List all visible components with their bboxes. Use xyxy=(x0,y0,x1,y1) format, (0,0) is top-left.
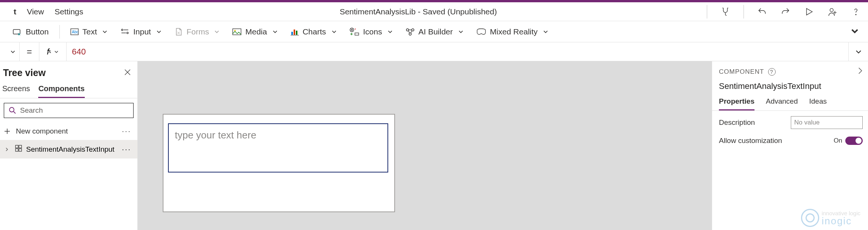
search-placeholder: Search xyxy=(20,106,43,115)
plus-icon xyxy=(4,128,11,135)
tab-ideas[interactable]: Ideas xyxy=(809,97,827,110)
new-component-label: New component xyxy=(16,127,68,135)
fx-button[interactable]: fx xyxy=(39,42,67,61)
tab-components[interactable]: Components xyxy=(38,84,84,98)
play-icon xyxy=(804,6,814,17)
allow-customization-label: Allow customization xyxy=(719,137,782,145)
svg-rect-9 xyxy=(291,32,293,35)
allow-customization-toggle[interactable] xyxy=(845,137,863,145)
fx-x: x xyxy=(48,48,51,54)
chevron-down-icon xyxy=(214,27,219,36)
tab-properties[interactable]: Properties xyxy=(719,97,754,110)
chevron-down-icon xyxy=(331,27,337,36)
svg-rect-11 xyxy=(296,31,297,35)
svg-rect-18 xyxy=(16,145,18,148)
equals-sign: = xyxy=(20,42,39,61)
svg-rect-19 xyxy=(19,145,22,148)
help-icon[interactable] xyxy=(851,6,861,17)
chevron-down-icon xyxy=(102,27,107,36)
text-input-control[interactable]: type your text here xyxy=(168,123,388,172)
tab-advanced[interactable]: Advanced xyxy=(766,97,798,110)
svg-rect-13 xyxy=(355,33,359,35)
search-icon xyxy=(9,107,16,114)
svg-text:Abc: Abc xyxy=(72,30,78,34)
insert-media[interactable]: Media xyxy=(229,27,281,36)
ribbon-expand-chevron[interactable] xyxy=(851,27,859,37)
insert-charts-label: Charts xyxy=(303,27,326,36)
chevron-down-icon xyxy=(272,27,278,36)
separator xyxy=(707,5,707,19)
app-title: SentimentAnalysisLib - Saved (Unpublishe… xyxy=(340,7,497,16)
menu-item-truncated[interactable]: t xyxy=(14,7,16,16)
chevron-down-icon xyxy=(458,27,464,36)
insert-forms: Forms xyxy=(171,27,224,36)
search-input[interactable]: Search xyxy=(4,103,134,118)
redo-icon xyxy=(780,6,791,17)
tree-view-title: Tree view xyxy=(3,67,46,78)
share-icon[interactable] xyxy=(827,6,838,17)
insert-charts[interactable]: Charts xyxy=(287,27,341,36)
svg-point-17 xyxy=(9,107,14,112)
tree-node-label: SentimentAnalysisTextInput xyxy=(26,145,114,154)
help-icon[interactable]: ? xyxy=(768,68,776,76)
chevron-down-icon xyxy=(387,27,393,36)
toggle-state-label: On xyxy=(834,137,842,145)
canvas[interactable]: type your text here xyxy=(138,61,712,230)
properties-header: Component xyxy=(719,68,764,76)
formula-expand-chevron[interactable] xyxy=(848,42,868,61)
svg-point-0 xyxy=(830,8,834,12)
app-checker-icon[interactable] xyxy=(720,6,731,17)
component-name[interactable]: SentimentAnalysisTextInput xyxy=(712,79,868,95)
svg-rect-21 xyxy=(19,149,22,151)
new-component-button[interactable]: New component ··· xyxy=(0,123,137,140)
undo-icon[interactable] xyxy=(757,6,767,17)
insert-button[interactable]: Button xyxy=(9,27,53,36)
insert-input[interactable]: Input xyxy=(117,27,165,36)
more-icon[interactable]: ··· xyxy=(122,145,131,154)
svg-rect-10 xyxy=(294,30,295,35)
component-icon xyxy=(15,145,22,154)
insert-icons-label: Icons xyxy=(363,27,382,36)
insert-input-label: Input xyxy=(133,27,151,36)
svg-point-6 xyxy=(127,32,128,34)
svg-rect-2 xyxy=(13,30,20,34)
description-label: Description xyxy=(719,118,755,127)
menu-item-settings[interactable]: Settings xyxy=(54,7,83,16)
insert-aibuilder-label: AI Builder xyxy=(418,27,453,36)
tree-node-component[interactable]: SentimentAnalysisTextInput ··· xyxy=(0,140,137,159)
insert-mixedreality[interactable]: Mixed Reality xyxy=(473,27,552,36)
separator xyxy=(59,25,60,39)
chevron-right-icon[interactable] xyxy=(857,67,863,77)
chevron-down-icon xyxy=(543,27,548,36)
description-input[interactable] xyxy=(791,116,863,129)
menu-item-view[interactable]: View xyxy=(27,7,44,16)
svg-point-16 xyxy=(409,33,411,35)
insert-forms-label: Forms xyxy=(187,27,209,36)
svg-rect-20 xyxy=(16,149,18,151)
separator xyxy=(744,5,744,19)
tab-screens[interactable]: Screens xyxy=(2,84,30,98)
insert-media-label: Media xyxy=(245,27,267,36)
expand-icon[interactable] xyxy=(3,147,11,152)
property-selector[interactable] xyxy=(0,42,20,61)
insert-text[interactable]: Abc Text xyxy=(67,27,112,36)
svg-point-5 xyxy=(121,29,123,31)
insert-icons[interactable]: Icons xyxy=(346,27,397,36)
insert-text-label: Text xyxy=(82,27,97,36)
insert-aibuilder[interactable]: AI Builder xyxy=(402,27,467,36)
more-icon[interactable]: ··· xyxy=(122,127,131,135)
svg-rect-7 xyxy=(233,29,241,35)
formula-value[interactable]: 640 xyxy=(67,42,848,61)
chevron-down-icon xyxy=(54,50,59,54)
close-icon[interactable] xyxy=(124,68,131,78)
insert-mr-label: Mixed Reality xyxy=(490,27,538,36)
insert-button-label: Button xyxy=(26,27,49,36)
chevron-down-icon xyxy=(156,27,162,36)
svg-point-1 xyxy=(856,14,856,15)
